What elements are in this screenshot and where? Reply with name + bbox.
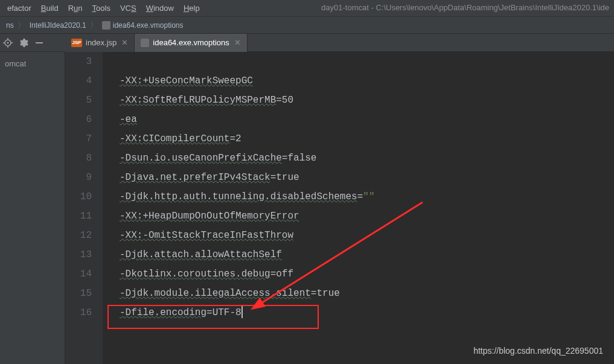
line-number: 16 bbox=[65, 303, 92, 322]
breadcrumb-item[interactable]: idea64.exe.vmoptions bbox=[98, 21, 187, 30]
menu-item[interactable]: Build bbox=[36, 1, 63, 15]
caret bbox=[241, 306, 243, 318]
menu-item[interactable]: Window bbox=[141, 1, 179, 15]
minimize-icon[interactable] bbox=[31, 38, 47, 48]
code-line[interactable]: -Djdk.module.illegalAccess.silent=true bbox=[103, 284, 614, 303]
tab-label: idea64.exe.vmoptions bbox=[153, 38, 229, 47]
line-number: 3 bbox=[65, 52, 92, 71]
code-line[interactable]: -XX:+UseConcMarkSweepGC bbox=[103, 71, 614, 91]
menu-item[interactable]: VCS bbox=[115, 1, 141, 15]
line-number: 5 bbox=[65, 91, 92, 110]
menubar: efactorBuildRunToolsVCSWindowHelp day01-… bbox=[0, 0, 614, 17]
select-target-icon[interactable] bbox=[0, 38, 16, 48]
svg-rect-6 bbox=[36, 42, 43, 43]
breadcrumb: ns 〉 IntelliJIdea2020.1 〉 idea64.exe.vmo… bbox=[0, 17, 614, 34]
breadcrumb-sep: 〉 bbox=[18, 20, 26, 31]
line-number: 4 bbox=[65, 71, 92, 91]
code-line[interactable]: -Dfile.encoding=UTF-8 bbox=[103, 303, 614, 322]
editor[interactable]: 345678910111213141516 -XX:+UseConcMarkSw… bbox=[65, 52, 614, 364]
tab-vmoptions[interactable]: idea64.exe.vmoptions ✕ bbox=[135, 34, 247, 52]
line-number: 8 bbox=[65, 148, 92, 168]
code-line[interactable]: -ea bbox=[103, 110, 614, 129]
code-line[interactable] bbox=[103, 52, 614, 71]
code-line[interactable]: -XX:-OmitStackTraceInFastThrow bbox=[103, 226, 614, 245]
code-line[interactable]: -Dkotlinx.coroutines.debug=off bbox=[103, 264, 614, 284]
window-title: day01-tomcat - C:\Users\lenovo\AppData\R… bbox=[321, 3, 609, 12]
code-line[interactable]: -Djdk.attach.allowAttachSelf bbox=[103, 245, 614, 264]
svg-point-1 bbox=[7, 42, 9, 43]
menu-item[interactable]: efactor bbox=[2, 1, 36, 15]
line-number: 6 bbox=[65, 110, 92, 129]
menu-item[interactable]: Run bbox=[63, 1, 88, 15]
code-line[interactable]: -Djava.net.preferIPv4Stack=true bbox=[103, 168, 614, 187]
jsp-icon: JSP bbox=[71, 39, 82, 47]
breadcrumb-item[interactable]: ns bbox=[2, 21, 18, 30]
file-icon bbox=[102, 21, 110, 30]
code-line[interactable]: -Dsun.io.useCanonPrefixCache=false bbox=[103, 148, 614, 168]
breadcrumb-item[interactable]: IntelliJIdea2020.1 bbox=[26, 21, 90, 30]
line-number: 9 bbox=[65, 168, 92, 187]
code-line[interactable]: -XX:+HeapDumpOnOutOfMemoryError bbox=[103, 206, 614, 226]
editor-tabs: JSP index.jsp ✕ idea64.exe.vmoptions ✕ bbox=[65, 34, 248, 52]
menu-item[interactable]: Help bbox=[179, 1, 205, 15]
file-icon bbox=[141, 39, 149, 47]
tab-label: index.jsp bbox=[86, 38, 117, 47]
close-icon[interactable]: ✕ bbox=[233, 38, 241, 47]
code-line[interactable]: -XX:SoftRefLRUPolicyMSPerMB=50 bbox=[103, 91, 614, 110]
toolbar-row: JSP index.jsp ✕ idea64.exe.vmoptions ✕ bbox=[0, 34, 614, 52]
menu-item[interactable]: Tools bbox=[88, 1, 115, 15]
watermark: https://blog.csdn.net/qq_22695001 bbox=[473, 346, 603, 356]
code-line[interactable]: -XX:CICompilerCount=2 bbox=[103, 129, 614, 148]
code-line[interactable]: -Djdk.http.auth.tunneling.disabledScheme… bbox=[103, 187, 614, 206]
line-number: 13 bbox=[65, 245, 92, 264]
sidebar-item[interactable]: omcat bbox=[0, 57, 65, 71]
line-number: 15 bbox=[65, 284, 92, 303]
line-number: 11 bbox=[65, 206, 92, 226]
close-icon[interactable]: ✕ bbox=[120, 38, 128, 47]
project-sidebar: omcat bbox=[0, 52, 65, 364]
line-number: 10 bbox=[65, 187, 92, 206]
line-number: 14 bbox=[65, 264, 92, 284]
tab-index-jsp[interactable]: JSP index.jsp ✕ bbox=[65, 34, 135, 52]
line-number: 12 bbox=[65, 226, 92, 245]
line-number: 7 bbox=[65, 129, 92, 148]
breadcrumb-sep: 〉 bbox=[90, 20, 98, 31]
gutter: 345678910111213141516 bbox=[65, 52, 103, 364]
gear-icon[interactable] bbox=[16, 38, 31, 48]
code-area[interactable]: -XX:+UseConcMarkSweepGC-XX:SoftRefLRUPol… bbox=[103, 52, 614, 364]
